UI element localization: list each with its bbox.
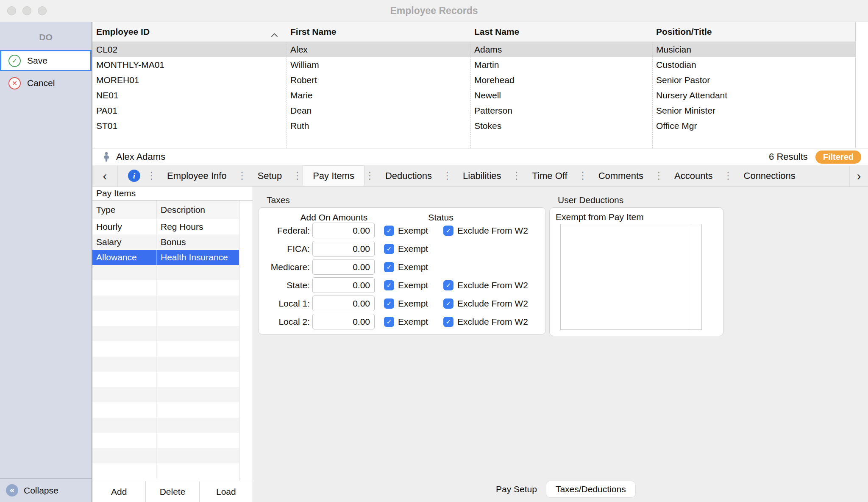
tab-setup[interactable]: Setup [248,165,292,186]
close-window-button[interactable] [7,6,16,15]
tax-label: State: [259,280,310,290]
column-header-position-title[interactable]: Position/Title [652,22,854,42]
tab-menu-dots-icon[interactable]: ⋮ [442,165,453,186]
employee-cell-first: Robert [287,75,470,85]
employee-row[interactable]: MONTHLY-MA01WilliamMartinCustodian [92,57,855,73]
tax-amount-field-local-1[interactable] [312,296,375,311]
tax-amount-field-local-2[interactable] [312,314,375,329]
tab-menu-dots-icon[interactable]: ⋮ [654,165,664,186]
info-tab[interactable]: i [118,165,146,186]
save-button[interactable]: ✓ Save [0,50,92,71]
load-button[interactable]: Load [200,481,253,502]
exempt-checkbox[interactable]: ✓ [384,298,394,309]
pay-item-description [157,296,239,311]
pay-item-type [92,463,157,479]
tab-menu-dots-icon[interactable]: ⋮ [578,165,588,186]
employee-row[interactable]: MOREH01RobertMoreheadSenior Pastor [92,73,855,88]
pay-item-type: Allowance [92,250,157,265]
pay-item-row[interactable]: AllowanceHealth Insurance [92,250,239,265]
tax-amount-field-fica[interactable] [312,241,375,257]
pay-item-description: Bonus [157,234,239,250]
pay-item-description [157,463,239,479]
minimize-window-button[interactable] [22,6,31,15]
exclude-w2-label: Exclude From W2 [457,226,528,236]
tax-label: FICA: [259,244,310,254]
exempt-from-pay-item-list[interactable] [560,224,702,330]
employee-row[interactable]: NE01MarieNewellNursery Attendant [92,88,855,103]
tax-row-local-2: Local 2:✓Exempt✓Exclude From W2 [259,312,545,331]
pay-item-description [157,387,239,402]
pay-item-type [92,433,157,448]
pay-item-description [157,341,239,357]
exempt-option: ✓Exempt [384,298,443,309]
tax-amount-field-state[interactable] [312,277,375,293]
filtered-badge[interactable]: Filtered [815,151,861,164]
pay-item-row[interactable]: SalaryBonus [92,234,239,250]
bottom-tab-taxes-deductions[interactable]: Taxes/Deductions [546,481,635,497]
tab-connections[interactable]: Connections [734,165,806,186]
exclude-w2-label: Exclude From W2 [457,317,528,327]
exclude-w2-label: Exclude From W2 [457,298,528,309]
tax-amount-field-federal[interactable] [312,223,375,238]
app-window: Employee Records DO ✓ Save ✕ Cancel « Co… [0,0,868,502]
exempt-checkbox[interactable]: ✓ [384,226,394,236]
tab-menu-dots-icon[interactable]: ⋮ [364,165,375,186]
cancel-button[interactable]: ✕ Cancel [0,73,92,94]
exempt-list-scrollbar[interactable] [689,224,701,329]
exempt-checkbox[interactable]: ✓ [384,262,394,272]
exempt-checkbox[interactable]: ✓ [384,317,394,327]
exempt-label: Exempt [398,317,428,327]
pay-item-type: Hourly [92,219,157,234]
pay-item-empty-row [92,357,239,372]
exclude-w2-checkbox[interactable]: ✓ [443,317,453,327]
employee-row[interactable]: PA01DeanPattersonSenior Minister [92,103,855,118]
pay-item-empty-row [92,418,239,433]
employee-cell-last: Newell [470,90,652,100]
exempt-checkbox[interactable]: ✓ [384,244,394,254]
tab-accounts[interactable]: Accounts [664,165,723,186]
tax-amount-field-medicare[interactable] [312,259,375,275]
column-header-last-name[interactable]: Last Name [470,22,652,42]
tab-menu-dots-icon[interactable]: ⋮ [146,165,157,186]
tab-pay-items[interactable]: Pay Items [303,165,364,186]
tab-scroll-right-button[interactable]: › [849,165,868,186]
exclude-w2-checkbox[interactable]: ✓ [443,280,453,290]
employee-row[interactable]: ST01RuthStokesOffice Mgr [92,118,855,134]
pay-items-scrollbar[interactable] [239,201,253,481]
pay-item-empty-row [92,402,239,418]
employee-cell-id: CL02 [92,45,287,55]
zoom-window-button[interactable] [38,6,47,15]
tab-menu-dots-icon[interactable]: ⋮ [723,165,734,186]
tab-employee-info[interactable]: Employee Info [157,165,237,186]
employee-cell-last: Stokes [470,121,652,131]
bottom-tab-pay-setup[interactable]: Pay Setup [487,481,546,497]
pay-items-type-header[interactable]: Type [92,201,157,219]
exclude-w2-checkbox[interactable]: ✓ [443,298,453,309]
tab-comments[interactable]: Comments [588,165,654,186]
tab-menu-dots-icon[interactable]: ⋮ [237,165,248,186]
add-button[interactable]: Add [92,481,146,502]
tab-menu-dots-icon[interactable]: ⋮ [512,165,522,186]
column-header-first-name[interactable]: First Name [287,22,470,42]
pay-item-row[interactable]: HourlyReg Hours [92,219,239,234]
tab-scroll-left-button[interactable]: ‹ [92,165,118,186]
pay-item-empty-row [92,311,239,326]
column-divider [287,42,287,148]
employee-cell-position: Senior Minister [652,106,854,116]
tab-menu-dots-icon[interactable]: ⋮ [292,165,303,186]
collapse-button[interactable]: « Collapse [0,478,92,502]
column-header-employee-id[interactable]: Employee ID [92,22,287,42]
exempt-checkbox[interactable]: ✓ [384,280,394,290]
employee-cell-last: Patterson [470,106,652,116]
employee-table-header: Employee IDFirst NameLast NamePosition/T… [92,22,868,42]
tab-time-off[interactable]: Time Off [522,165,578,186]
tab-deductions[interactable]: Deductions [375,165,442,186]
employee-table-scrollbar[interactable] [855,22,868,148]
tab-liabilities[interactable]: Liabilities [453,165,512,186]
employee-row[interactable]: CL02AlexAdamsMusician [92,42,855,57]
exclude-w2-checkbox[interactable]: ✓ [443,226,453,236]
info-icon[interactable]: i [128,170,140,182]
delete-button[interactable]: Delete [146,481,199,502]
pay-item-empty-row [92,387,239,402]
pay-items-description-header[interactable]: Description [157,205,239,215]
